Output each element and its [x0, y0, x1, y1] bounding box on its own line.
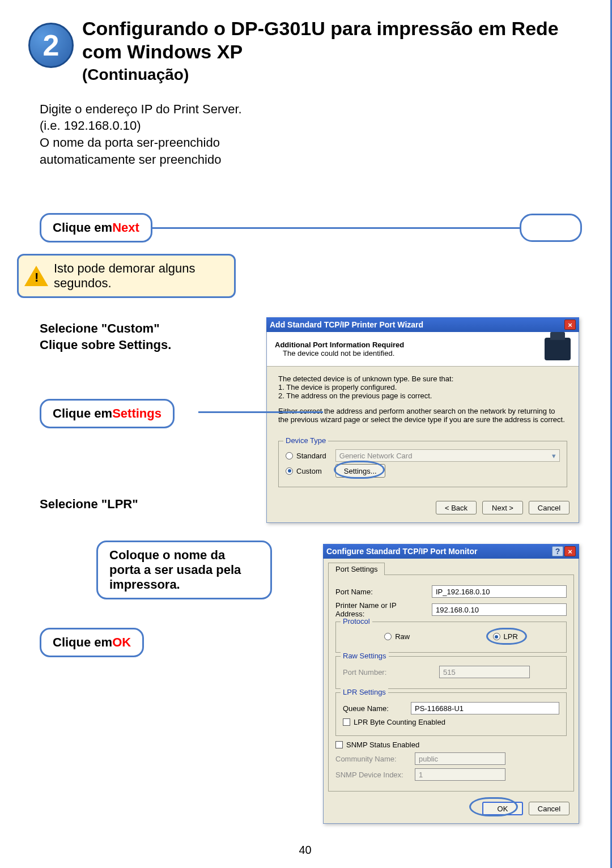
raw-port-label: Port Number: — [343, 668, 434, 676]
radio-custom[interactable] — [286, 467, 293, 475]
device-type-legend: Device Type — [283, 436, 328, 445]
page-number: 40 — [0, 844, 610, 857]
queue-name-input[interactable]: PS-116688-U1 — [411, 702, 559, 714]
lpr-byte-label: LPR Byte Counting Enabled — [354, 718, 445, 726]
empty-highlight-oval — [520, 214, 582, 242]
lpr-byte-checkbox[interactable] — [343, 718, 350, 726]
wizard-body-line2: Either correct the address and perform a… — [278, 407, 567, 424]
radio-standard-label: Standard — [296, 452, 326, 460]
radio-standard[interactable] — [286, 452, 293, 459]
port-monitor-dialog: Configure Standard TCP/IP Port Monitor ?… — [323, 544, 579, 824]
callout-label: Clique em — [53, 406, 112, 421]
port-monitor-titlebar: Configure Standard TCP/IP Port Monitor ?… — [323, 544, 579, 559]
next-button[interactable]: Next > — [482, 501, 523, 514]
callout-queue-text: Coloque o nome da porta a ser usada pela… — [109, 548, 241, 592]
printer-addr-label: Printer Name or IP Address: — [335, 601, 426, 618]
wizard-header-sub: The device could not be identified. — [275, 349, 404, 358]
warning-text: Isto pode demorar alguns segundos. — [54, 261, 224, 291]
callout-label: Clique em — [53, 635, 112, 650]
ok-button[interactable]: OK — [482, 802, 523, 815]
device-type-select[interactable]: Generic Network Card ▾ — [335, 449, 560, 462]
cancel-button[interactable]: Cancel — [529, 802, 570, 815]
tab-port-settings[interactable]: Port Settings — [328, 563, 385, 575]
help-icon[interactable]: ? — [552, 546, 563, 556]
intro-text: Digite o endereço IP do Print Server. (i… — [40, 101, 244, 168]
port-name-label: Port Name: — [335, 588, 426, 596]
raw-settings-legend: Raw Settings — [341, 652, 389, 660]
snmp-index-label: SNMP Device Index: — [335, 771, 409, 779]
wizard-titlebar: Add Standard TCP/IP Printer Port Wizard … — [266, 317, 579, 332]
callout-click-settings: Clique em Settings — [40, 399, 175, 428]
snmp-enabled-checkbox[interactable] — [335, 741, 343, 748]
lpr-settings-legend: LPR Settings — [341, 688, 388, 696]
queue-name-label: Queue Name: — [343, 704, 405, 713]
protocol-legend: Protocol — [341, 617, 372, 626]
port-name-input[interactable]: IP_192.168.0.10 — [432, 585, 567, 598]
wizard-dialog: Add Standard TCP/IP Printer Port Wizard … — [266, 317, 579, 523]
warning-callout: ! Isto pode demorar alguns segundos. — [17, 254, 236, 298]
printer-icon — [545, 338, 571, 360]
close-icon[interactable]: × — [564, 546, 576, 556]
raw-port-input: 515 — [439, 666, 530, 678]
community-input: public — [415, 752, 505, 765]
callout-red-ok: OK — [112, 635, 131, 650]
chevron-down-icon: ▾ — [552, 452, 556, 460]
device-type-select-value: Generic Network Card — [339, 452, 413, 460]
warning-icon: ! — [24, 266, 48, 286]
cancel-button[interactable]: Cancel — [529, 501, 570, 514]
callout-red-next: Next — [112, 220, 139, 235]
radio-lpr[interactable] — [493, 633, 500, 640]
callout-click-next: Clique em Next — [40, 213, 152, 242]
callout-red-settings: Settings — [112, 406, 162, 421]
radio-custom-label: Custom — [296, 467, 322, 475]
page-title: Configurando o DP-G301U para impressão e… — [82, 17, 582, 63]
wizard-body-line1: The detected device is of unknown type. … — [278, 375, 567, 383]
radio-lpr-label: LPR — [504, 632, 518, 641]
page-header: 2 Configurando o DP-G301U para impressão… — [28, 17, 582, 84]
printer-addr-input[interactable]: 192.168.0.10 — [432, 603, 567, 616]
step-number-badge: 2 — [28, 23, 74, 68]
connector-line — [152, 227, 520, 229]
wizard-body-bullet2: 2. The address on the previous page is c… — [278, 392, 567, 400]
page-subtitle: (Continuação) — [82, 66, 582, 84]
snmp-index-input: 1 — [415, 768, 505, 781]
close-icon[interactable]: × — [564, 320, 576, 330]
snmp-enabled-label: SNMP Status Enabled — [346, 741, 419, 749]
wizard-title: Add Standard TCP/IP Printer Port Wizard — [270, 320, 423, 329]
port-monitor-title: Configure Standard TCP/IP Port Monitor — [326, 547, 478, 556]
wizard-body-bullet1: 1. The device is properly configured. — [278, 383, 567, 392]
radio-raw-label: Raw — [395, 632, 410, 641]
radio-raw[interactable] — [384, 633, 392, 640]
callout-click-ok: Clique em OK — [40, 628, 144, 657]
callout-label: Clique em — [53, 220, 112, 235]
callout-queue-name: Coloque o nome da porta a ser usada pela… — [96, 541, 272, 599]
wizard-header-bold: Additional Port Information Required — [275, 341, 404, 349]
community-label: Community Name: — [335, 755, 409, 763]
settings-button[interactable]: Settings... — [335, 464, 385, 478]
back-button[interactable]: < Back — [436, 501, 477, 514]
